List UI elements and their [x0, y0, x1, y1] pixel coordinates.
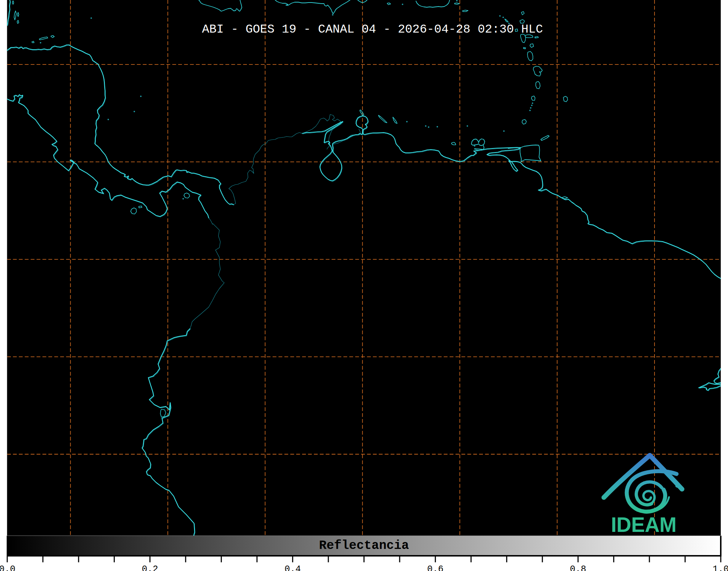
svg-text:IDEAM: IDEAM — [611, 513, 676, 536]
svg-text:0.4: 0.4 — [285, 564, 301, 571]
svg-text:0.6: 0.6 — [427, 564, 443, 571]
svg-text:0.0: 0.0 — [0, 564, 16, 571]
svg-text:ABI - GOES 19 - CANAL 04 - 202: ABI - GOES 19 - CANAL 04 - 2026-04-28 02… — [202, 22, 543, 36]
svg-text:1.0: 1.0 — [712, 564, 728, 571]
svg-text:0.2: 0.2 — [142, 564, 158, 571]
svg-text:0.8: 0.8 — [570, 564, 586, 571]
svg-text:Reflectancia: Reflectancia — [319, 538, 409, 553]
